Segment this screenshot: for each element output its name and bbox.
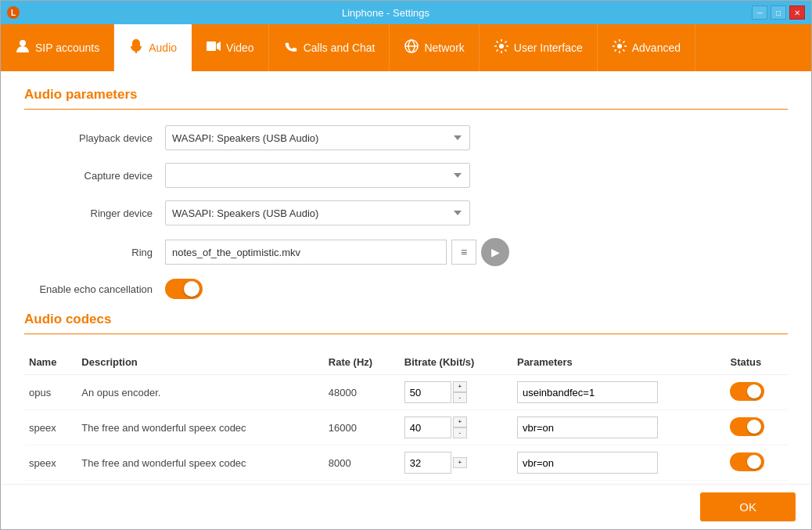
audio-icon — [128, 38, 144, 57]
svg-point-4 — [617, 44, 622, 49]
table-row: speex The free and wonderful speex codec… — [24, 410, 788, 445]
nav-network-label: Network — [424, 41, 464, 54]
window-controls: ─ □ ✕ — [752, 5, 805, 20]
bitrate-buttons: + - — [453, 381, 467, 403]
play-icon: ▶ — [491, 246, 500, 258]
nav-calls-and-chat-label: Calls and Chat — [304, 41, 375, 54]
ringer-device-row: Ringer device WASAPI: Speakers (USB Audi… — [24, 200, 788, 225]
codec-status-toggle[interactable] — [730, 452, 764, 471]
ring-control: ≡ ▶ — [165, 238, 509, 266]
codec-bitrate-cell: + - — [400, 375, 512, 410]
bitrate-up-button[interactable]: + — [453, 416, 467, 427]
ring-play-button[interactable]: ▶ — [481, 238, 509, 266]
echo-cancellation-toggle[interactable] — [165, 279, 203, 299]
bitrate-wrap: + — [404, 452, 508, 474]
playback-device-control: WASAPI: Speakers (USB Audio) — [165, 125, 470, 150]
ringer-device-control: WASAPI: Speakers (USB Audio) — [165, 200, 470, 225]
col-parameters: Parameters — [512, 350, 726, 375]
titlebar: L Linphone - Settings ─ □ ✕ — [1, 1, 811, 24]
codec-name: speex — [24, 445, 77, 481]
bitrate-input[interactable] — [404, 452, 451, 474]
ring-label: Ring — [24, 247, 165, 258]
ring-file-button[interactable]: ≡ — [451, 240, 476, 265]
bitrate-buttons: + — [453, 457, 467, 468]
close-button[interactable]: ✕ — [789, 5, 805, 20]
svg-point-3 — [499, 44, 504, 49]
nav-audio[interactable]: Audio — [114, 24, 192, 71]
nav-sip-accounts[interactable]: SIP accounts — [1, 24, 114, 71]
codec-status-cell — [725, 445, 788, 481]
codec-params-cell — [512, 445, 726, 481]
nav-user-interface[interactable]: User Interface — [480, 24, 598, 71]
audio-codecs-divider — [24, 334, 788, 334]
file-icon: ≡ — [461, 246, 467, 258]
codec-params-cell — [512, 410, 726, 445]
audio-parameters-title: Audio parameters — [24, 87, 788, 103]
network-icon — [404, 38, 419, 57]
ok-button[interactable]: OK — [700, 492, 796, 521]
footer: OK — [1, 484, 811, 529]
ring-input[interactable] — [165, 240, 447, 265]
svg-rect-1 — [207, 41, 216, 51]
codec-rate: 8000 — [324, 445, 400, 481]
app-icon-letter: L — [11, 9, 16, 17]
bitrate-input[interactable] — [404, 381, 451, 403]
sip-accounts-icon — [15, 38, 31, 57]
codec-bitrate-cell: + — [400, 445, 512, 481]
bitrate-down-button[interactable]: - — [453, 392, 467, 403]
capture-device-select[interactable] — [165, 163, 470, 188]
codecs-thead: Name Description Rate (Hz) Bitrate (Kbit… — [24, 350, 788, 375]
codec-rate: 48000 — [324, 375, 400, 410]
codec-rate: 16000 — [324, 410, 400, 445]
svg-point-0 — [20, 40, 26, 46]
ringer-device-select[interactable]: WASAPI: Speakers (USB Audio) — [165, 200, 470, 225]
advanced-icon — [612, 38, 627, 57]
col-bitrate: Bitrate (Kbit/s) — [400, 350, 512, 375]
playback-device-row: Playback device WASAPI: Speakers (USB Au… — [24, 125, 788, 150]
params-input[interactable] — [517, 416, 658, 438]
nav-video-label: Video — [226, 41, 254, 54]
nav-calls-and-chat[interactable]: Calls and Chat — [269, 24, 390, 71]
codec-status-cell — [725, 410, 788, 445]
minimize-button[interactable]: ─ — [752, 5, 767, 20]
ui-icon — [494, 38, 509, 57]
echo-cancellation-row: Enable echo cancellation — [24, 279, 788, 299]
window-title: Linphone - Settings — [20, 7, 752, 19]
bitrate-buttons: + - — [453, 416, 467, 438]
restore-button[interactable]: □ — [771, 5, 786, 20]
table-row: opus An opus encoder. 48000 + - — [24, 375, 788, 410]
nav-advanced-label: Advanced — [632, 41, 681, 54]
codec-description: The free and wonderful speex codec — [77, 445, 324, 481]
params-input[interactable] — [517, 452, 658, 474]
nav-network[interactable]: Network — [390, 24, 479, 71]
ring-row: Ring ≡ ▶ — [24, 238, 788, 266]
capture-device-row: Capture device — [24, 163, 788, 188]
nav-ui-label: User Interface — [514, 41, 583, 54]
bitrate-wrap: + - — [404, 416, 508, 438]
audio-parameters-section: Audio parameters Playback device WASAPI:… — [24, 87, 788, 299]
ringer-device-label: Ringer device — [24, 207, 165, 219]
video-icon — [206, 38, 221, 57]
navbar: SIP accounts Audio Video Calls and Chat … — [1, 24, 811, 71]
audio-codecs-section: Audio codecs Name Description Rate (Hz) … — [24, 312, 788, 481]
codec-status-toggle[interactable] — [730, 417, 764, 436]
echo-cancellation-toggle-wrap — [165, 279, 203, 299]
playback-device-select[interactable]: WASAPI: Speakers (USB Audio) — [165, 125, 470, 150]
toggle-slider — [165, 279, 203, 299]
bitrate-input[interactable] — [404, 416, 451, 438]
codec-description: An opus encoder. — [77, 375, 324, 410]
params-input[interactable] — [517, 381, 658, 403]
col-rate: Rate (Hz) — [324, 350, 400, 375]
codec-status-toggle[interactable] — [730, 382, 764, 401]
nav-video[interactable]: Video — [192, 24, 269, 71]
nav-advanced[interactable]: Advanced — [598, 24, 695, 71]
bitrate-down-button[interactable]: - — [453, 427, 467, 438]
codec-params-cell — [512, 375, 726, 410]
codecs-tbody: opus An opus encoder. 48000 + - — [24, 375, 788, 481]
codec-status-cell — [725, 375, 788, 410]
toggle-small-slider — [730, 382, 764, 401]
col-description: Description — [77, 350, 324, 375]
bitrate-up-button[interactable]: + — [453, 381, 467, 392]
audio-parameters-divider — [24, 109, 788, 110]
bitrate-up-button[interactable]: + — [453, 457, 467, 468]
